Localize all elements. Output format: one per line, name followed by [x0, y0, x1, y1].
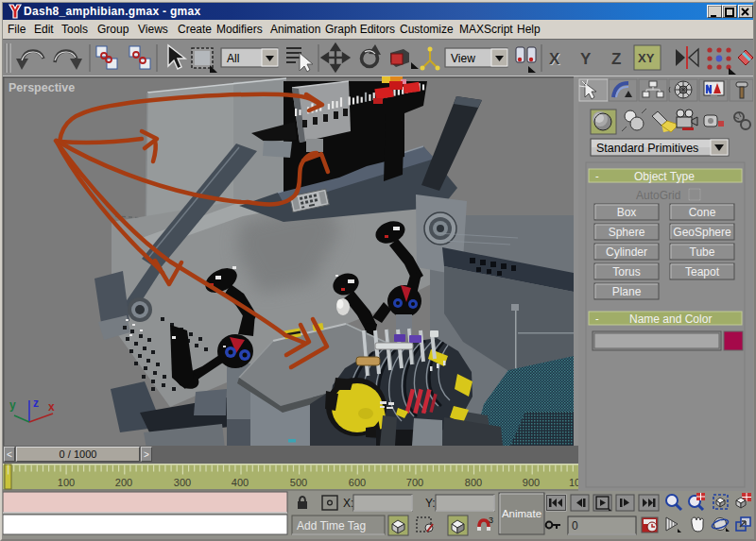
- svg-text:3: 3: [489, 516, 493, 525]
- svg-text:-: -: [595, 313, 599, 324]
- svg-text:100: 100: [58, 477, 75, 488]
- svg-text:-: -: [595, 170, 599, 181]
- svg-text:Z: Z: [611, 50, 621, 68]
- svg-text:200: 200: [115, 477, 132, 488]
- svg-text:View: View: [451, 52, 475, 65]
- svg-text:X:: X:: [343, 497, 353, 510]
- svg-text:400: 400: [232, 477, 249, 488]
- svg-text:z: z: [33, 397, 39, 410]
- svg-text:Tube: Tube: [690, 245, 715, 259]
- svg-text:0: 0: [572, 519, 578, 533]
- svg-text:GeoSphere: GeoSphere: [673, 226, 731, 239]
- svg-text:Object Type: Object Type: [634, 170, 695, 183]
- svg-text:Add Time Tag: Add Time Tag: [297, 519, 366, 533]
- svg-text:Cone: Cone: [689, 206, 716, 219]
- svg-text:All: All: [227, 52, 239, 65]
- svg-text:800: 800: [465, 477, 482, 488]
- svg-text:X: X: [549, 50, 560, 68]
- svg-text:Teapot: Teapot: [685, 265, 720, 279]
- svg-text:Plane: Plane: [612, 285, 642, 298]
- svg-text:700: 700: [406, 477, 423, 488]
- svg-text:Name and Color: Name and Color: [629, 313, 712, 326]
- svg-text:Y: Y: [580, 50, 592, 68]
- svg-text:x: x: [48, 400, 55, 414]
- svg-text:Perspective: Perspective: [9, 81, 75, 94]
- svg-text:Cylinder: Cylinder: [606, 245, 647, 259]
- svg-text:AutoGrid: AutoGrid: [636, 189, 680, 202]
- svg-text:900: 900: [523, 477, 540, 488]
- svg-text:Box: Box: [617, 206, 637, 219]
- svg-text:300: 300: [174, 477, 191, 488]
- svg-text:XY: XY: [638, 51, 655, 65]
- svg-text:Y:: Y:: [425, 497, 436, 510]
- svg-text:500: 500: [290, 477, 307, 488]
- svg-text:y: y: [9, 398, 16, 412]
- svg-text:Animate: Animate: [502, 508, 541, 519]
- svg-text:600: 600: [349, 477, 366, 488]
- svg-text:Torus: Torus: [612, 265, 640, 279]
- svg-text:10: 10: [569, 477, 578, 488]
- svg-text:Standard Primitives: Standard Primitives: [596, 142, 698, 155]
- svg-text:Sphere: Sphere: [609, 226, 645, 239]
